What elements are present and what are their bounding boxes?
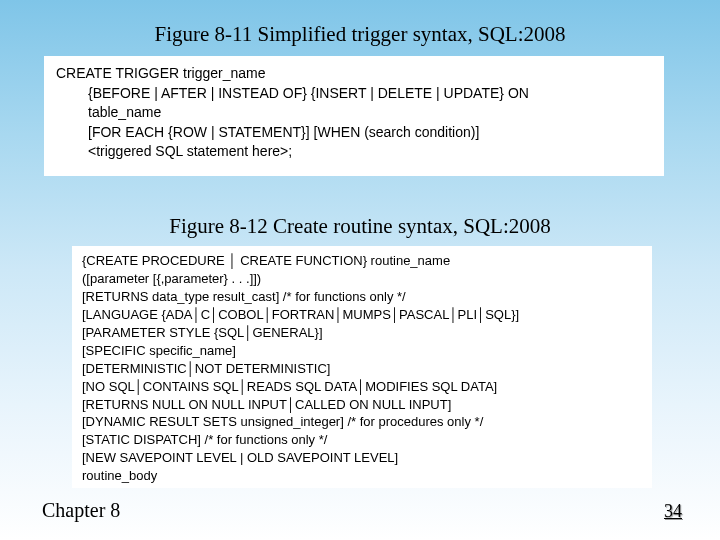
code-line: [PARAMETER STYLE {SQL│GENERAL}] [82, 324, 642, 342]
code-line: {BEFORE | AFTER | INSTEAD OF} {INSERT | … [88, 84, 652, 104]
code-line: [FOR EACH {ROW | STATEMENT}] [WHEN (sear… [88, 123, 652, 143]
chapter-label: Chapter 8 [42, 499, 120, 522]
code-line: [RETURNS NULL ON NULL INPUT│CALLED ON NU… [82, 396, 642, 414]
code-line: [SPECIFIC specific_name] [82, 342, 642, 360]
figure-2-codebox: {CREATE PROCEDURE │ CREATE FUNCTION} rou… [72, 246, 652, 488]
figure-1-codebox: CREATE TRIGGER trigger_name {BEFORE | AF… [44, 56, 664, 176]
code-line: [RETURNS data_type result_cast] /* for f… [82, 288, 642, 306]
page-number: 34 [664, 501, 682, 522]
code-line: <triggered SQL statement here>; [88, 142, 652, 162]
code-line: [NEW SAVEPOINT LEVEL | OLD SAVEPOINT LEV… [82, 449, 642, 467]
code-line: [NO SQL│CONTAINS SQL│READS SQL DATA│MODI… [82, 378, 642, 396]
code-line: [DETERMINISTIC│NOT DETERMINISTIC] [82, 360, 642, 378]
code-line: [DYNAMIC RESULT SETS unsigned_integer] /… [82, 413, 642, 431]
code-line: [STATIC DISPATCH] /* for functions only … [82, 431, 642, 449]
figure-2-caption: Figure 8-12 Create routine syntax, SQL:2… [0, 214, 720, 239]
figure-1-caption: Figure 8-11 Simplified trigger syntax, S… [0, 22, 720, 47]
code-line: routine_body [82, 467, 642, 485]
code-line: [LANGUAGE {ADA│C│COBOL│FORTRAN│MUMPS│PAS… [82, 306, 642, 324]
code-line: ([parameter [{,parameter} . . .]]) [82, 270, 642, 288]
code-line: CREATE TRIGGER trigger_name [56, 64, 652, 84]
code-line: table_name [88, 103, 652, 123]
code-line: {CREATE PROCEDURE │ CREATE FUNCTION} rou… [82, 252, 642, 270]
